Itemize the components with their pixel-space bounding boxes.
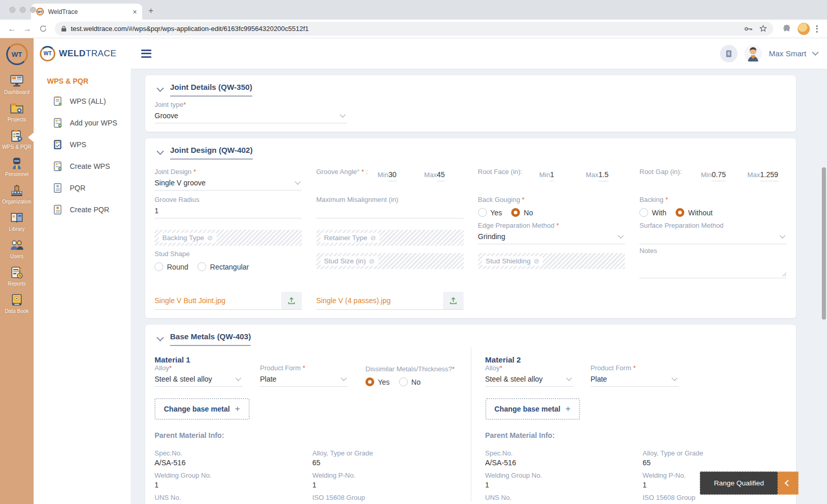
groove-radius-label: Groove Radius (155, 196, 302, 203)
range-qualified-button[interactable]: Range Qualified (700, 471, 778, 495)
stud-shape-rectangular-radio[interactable]: Rectangular (197, 262, 249, 271)
new-tab-button[interactable]: + (148, 6, 154, 16)
sidebar-item-users[interactable]: Users (0, 235, 34, 263)
uploaded-file-name[interactable]: Single V Butt Joint.jpg (155, 296, 281, 309)
sidebar-item-library[interactable]: Library (0, 208, 34, 235)
window-controls[interactable] (9, 7, 36, 13)
dissimilar-yes-radio[interactable]: Yes (365, 377, 390, 386)
stud-shape-round-radio[interactable]: Round (155, 262, 188, 271)
password-key-icon[interactable] (744, 26, 753, 32)
dissimilar-no-radio[interactable]: No (399, 377, 421, 386)
edge-prep-select[interactable]: Grinding (478, 229, 625, 244)
surface-prep-select[interactable] (639, 229, 787, 244)
tab-close-icon[interactable]: × (133, 8, 137, 16)
weldtrace-favicon-icon: WT (36, 8, 44, 15)
back-icon[interactable]: ← (5, 22, 19, 36)
submenu-item-add-your-wps[interactable]: Add your WPS (34, 112, 131, 134)
hamburger-menu-icon[interactable] (141, 50, 151, 58)
joint-design-label: Joint Design * (155, 168, 302, 176)
databook-shortcut-button[interactable] (720, 45, 738, 62)
notebook-icon (725, 50, 733, 58)
sidebar-item-personnel[interactable]: Personnel (0, 153, 34, 181)
vertical-scrollbar[interactable] (822, 167, 826, 320)
browser-menu-icon[interactable] (816, 25, 818, 33)
sidebar-item-data-book[interactable]: Data Book (0, 290, 34, 318)
resize-handle-icon[interactable] (782, 272, 787, 277)
close-window-button[interactable] (9, 7, 16, 13)
iso-group-label: ISO 15608 Group (312, 494, 456, 501)
pqr-doc-icon (53, 183, 63, 193)
user-name[interactable]: Max Smart (769, 49, 806, 58)
root-face-min-input[interactable]: 1 (550, 169, 554, 181)
sidebar-item-label: Organization (2, 199, 32, 204)
joint-type-select[interactable]: Groove (155, 108, 347, 123)
reload-icon[interactable] (36, 22, 50, 36)
sidebar-item-organization[interactable]: Organization (0, 181, 34, 208)
brand-name-bold: WELD (59, 49, 86, 58)
browser-tab[interactable]: WT WeldTrace × (31, 4, 142, 20)
product-form-label: Product Form * (591, 364, 679, 372)
base-metals-card: Base Metals (QW-403) Material 1 Alloy* S… (145, 325, 796, 504)
joint-design-card: Joint Design (QW-402) Joint Design * Sin… (145, 138, 796, 318)
submenu-item-label: Create PQR (70, 206, 109, 214)
uploaded-file-name[interactable]: Single V (4 passes).jpg (316, 296, 443, 309)
collapse-chevron-icon[interactable] (157, 334, 164, 341)
sidebar-item-projects[interactable]: Projects (0, 99, 34, 126)
upload-button[interactable] (443, 292, 464, 309)
submenu-item-wps[interactable]: WPS (34, 134, 131, 155)
alloy-select[interactable]: Steel & steel alloy (485, 372, 573, 387)
collapse-chevron-icon[interactable] (157, 147, 164, 154)
spec-no-label: Spec.No. (485, 449, 630, 457)
bookmark-star-icon[interactable] (759, 25, 767, 33)
backing-without-radio[interactable]: Without (676, 208, 712, 217)
sidebar-item-label: Users (10, 254, 23, 259)
collapse-chevron-icon[interactable] (157, 84, 164, 91)
product-form-select[interactable]: Plate (591, 372, 679, 387)
joint-design-select[interactable]: Single V groove (155, 176, 302, 191)
groove-radius-input[interactable]: 1 (155, 203, 302, 218)
parent-material-info-heading: Parent Material Info: (155, 431, 457, 439)
submenu-item-pqr[interactable]: PQR (34, 177, 131, 199)
submenu-item-create-pqr[interactable]: Create PQR (34, 199, 131, 220)
submenu-item-label: WPS (70, 140, 86, 149)
sidebar-item-dashboard[interactable]: Dashboard (0, 71, 34, 99)
forward-icon[interactable]: → (21, 22, 34, 36)
root-face-label: Root Face (in): (478, 168, 532, 179)
user-menu-chevron-down-icon[interactable] (812, 49, 819, 56)
max-misalignment-input[interactable] (316, 203, 464, 218)
collapse-panel-button[interactable] (778, 471, 799, 495)
library-book-icon (10, 211, 24, 225)
browser-profile-avatar[interactable] (798, 23, 810, 35)
root-face-max-input[interactable]: 1.5 (599, 169, 608, 181)
submenu-item-wps-all[interactable]: WPS (ALL) (34, 90, 131, 112)
icon-sidebar: WT Dashboard Projects WPS & PQR Personne… (0, 38, 34, 504)
minimize-window-button[interactable] (20, 7, 26, 13)
upload-icon (288, 297, 295, 305)
sidebar-item-reports[interactable]: Reports (0, 263, 34, 290)
product-form-select[interactable]: Plate (260, 372, 348, 387)
notes-textarea[interactable] (639, 257, 787, 278)
submenu-item-create-wps[interactable]: Create WPS (34, 155, 131, 177)
weldtrace-logo-mark-icon: WT (40, 46, 55, 61)
root-gap-max-input[interactable]: 1.259 (760, 169, 778, 181)
groove-angle-max-input[interactable]: 45 (437, 169, 445, 181)
change-base-metal-button-2[interactable]: Change base metal+ (485, 398, 580, 420)
back-gouging-no-radio[interactable]: No (511, 208, 533, 217)
browser-tabstrip: WT WeldTrace × + (0, 0, 827, 20)
backing-with-radio[interactable]: With (639, 208, 666, 217)
zoom-window-button[interactable] (30, 7, 36, 13)
welding-group-value: 1 (485, 481, 630, 489)
create-wps-doc-icon (53, 161, 63, 171)
chevron-down-icon (341, 375, 346, 381)
upload-button[interactable] (281, 292, 302, 309)
change-base-metal-button-1[interactable]: Change base metal+ (155, 398, 250, 420)
url-bar[interactable]: test.weldtrace.com/#/wps&pqr/wps-applica… (55, 22, 773, 36)
stud-size-label: Stud Size (in) (324, 257, 366, 265)
groove-angle-min-input[interactable]: 30 (388, 169, 396, 181)
user-avatar[interactable] (744, 45, 762, 62)
extensions-puzzle-icon[interactable] (783, 24, 791, 33)
sidebar-item-wps-pqr[interactable]: WPS & PQR (0, 126, 34, 153)
alloy-select[interactable]: Steel & steel alloy (155, 372, 242, 387)
back-gouging-yes-radio[interactable]: Yes (478, 208, 502, 217)
root-gap-min-input[interactable]: 0.75 (712, 169, 726, 181)
